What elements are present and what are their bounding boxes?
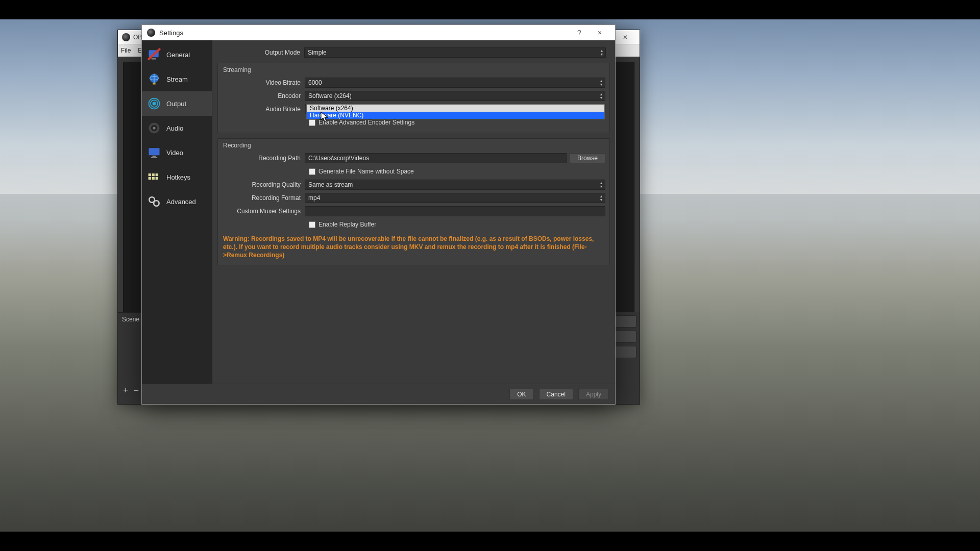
custom-muxer-label: Custom Muxer Settings: [218, 208, 305, 215]
encoder-select[interactable]: Software (x264): [305, 91, 605, 101]
mp4-warning: Warning: Recordings saved to MP4 will be…: [218, 232, 609, 265]
recording-path-label: Recording Path: [218, 155, 305, 162]
sidebar-item-output[interactable]: Output: [142, 91, 212, 116]
custom-muxer-input[interactable]: [305, 206, 605, 216]
sidebar-item-hotkeys[interactable]: Hotkeys: [142, 165, 212, 189]
output-mode-label: Output Mode: [217, 49, 304, 56]
output-mode-select[interactable]: Simple: [304, 47, 606, 58]
browse-button[interactable]: Browse: [570, 153, 605, 163]
sidebar-item-label: Output: [166, 100, 186, 108]
svg-point-10: [153, 127, 155, 129]
window-close-icon[interactable]: ✕: [615, 32, 635, 43]
settings-titlebar: Settings ? ×: [142, 25, 615, 40]
recording-format-label: Recording Format: [218, 194, 305, 202]
ok-button[interactable]: OK: [509, 389, 533, 400]
obs-logo-icon: [122, 33, 130, 41]
encoder-option-software[interactable]: Software (x264): [307, 105, 604, 112]
svg-rect-17: [149, 177, 151, 180]
svg-rect-13: [151, 157, 157, 158]
cancel-button[interactable]: Cancel: [539, 389, 573, 400]
remove-scene-button[interactable]: −: [134, 385, 139, 396]
audio-bitrate-label: Audio Bitrate: [218, 106, 305, 113]
wrench-icon: [147, 47, 161, 62]
settings-title: Settings: [159, 29, 183, 37]
svg-rect-12: [153, 156, 156, 157]
sidebar-item-label: Hotkeys: [166, 173, 190, 181]
streaming-group: Streaming Video Bitrate 6000 ▲▼ Encoder …: [217, 63, 610, 133]
recording-legend: Recording: [218, 139, 609, 151]
sidebar-item-label: General: [166, 51, 190, 59]
settings-form: Output Mode Simple ▲▼ Streaming Video Bi…: [212, 40, 615, 384]
globe-icon: [147, 72, 161, 86]
broadcast-icon: [147, 96, 161, 111]
settings-footer: OK Cancel Apply: [142, 384, 615, 404]
encoder-dropdown[interactable]: Software (x264) Hardware (NVENC): [306, 104, 605, 119]
sidebar-item-stream[interactable]: Stream: [142, 67, 212, 91]
settings-sidebar: General Stream Output Audio: [142, 40, 212, 384]
generate-filename-checkbox[interactable]: Generate File Name without Space: [309, 168, 414, 175]
svg-rect-14: [149, 173, 151, 176]
recording-quality-select[interactable]: Same as stream: [305, 180, 605, 190]
encoder-option-hardware[interactable]: Hardware (NVENC): [307, 112, 604, 119]
settings-dialog: Settings ? × General Stream O: [141, 24, 616, 405]
add-scene-button[interactable]: +: [123, 385, 129, 396]
svg-rect-16: [156, 173, 158, 176]
recording-path-input[interactable]: C:\Users\scorp\Videos: [305, 153, 567, 163]
sidebar-item-advanced[interactable]: Advanced: [142, 189, 212, 214]
svg-point-5: [153, 102, 156, 106]
svg-rect-18: [152, 177, 155, 180]
svg-rect-19: [156, 177, 158, 180]
streaming-legend: Streaming: [218, 63, 609, 76]
keyboard-icon: [147, 170, 161, 184]
video-bitrate-input[interactable]: 6000: [305, 78, 605, 88]
monitor-icon: [147, 145, 161, 160]
speaker-icon: [147, 121, 161, 135]
gears-icon: [147, 194, 161, 209]
recording-quality-label: Recording Quality: [218, 181, 305, 188]
svg-rect-11: [149, 148, 160, 155]
replay-buffer-checkbox[interactable]: Enable Replay Buffer: [309, 221, 376, 228]
help-button[interactable]: ?: [569, 26, 590, 39]
recording-format-select[interactable]: mp4: [305, 193, 605, 203]
sidebar-item-video[interactable]: Video: [142, 140, 212, 165]
sidebar-item-label: Advanced: [166, 198, 196, 206]
apply-button[interactable]: Apply: [578, 389, 609, 400]
sidebar-item-general[interactable]: General: [142, 42, 212, 67]
video-bitrate-label: Video Bitrate: [218, 79, 305, 86]
encoder-label: Encoder: [218, 92, 305, 99]
recording-group: Recording Recording Path C:\Users\scorp\…: [217, 138, 610, 265]
sidebar-item-audio[interactable]: Audio: [142, 116, 212, 140]
close-button[interactable]: ×: [590, 26, 610, 39]
svg-point-21: [154, 201, 159, 206]
svg-rect-4: [153, 83, 155, 85]
menu-file[interactable]: File: [121, 47, 131, 54]
svg-rect-1: [152, 58, 156, 60]
sidebar-item-label: Video: [166, 149, 183, 157]
sidebar-item-label: Stream: [166, 76, 188, 83]
svg-rect-15: [152, 173, 155, 176]
sidebar-item-label: Audio: [166, 124, 183, 132]
obs-logo-icon: [147, 29, 155, 37]
